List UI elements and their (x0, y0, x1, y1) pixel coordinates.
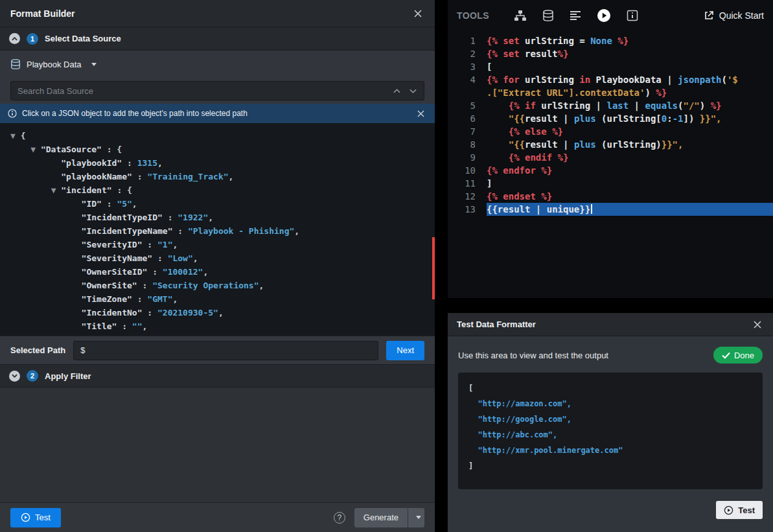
code-line[interactable]: 3[ (448, 60, 773, 73)
code-line[interactable]: 1{% set urlString = None %} (448, 34, 773, 47)
generate-button[interactable]: Generate (354, 508, 408, 527)
token: "playbookId" (61, 158, 122, 168)
data-icon[interactable] (542, 10, 554, 21)
code-line[interactable]: 8 "{{result | plus (urlString)}}", (448, 138, 773, 151)
token: ) (645, 87, 656, 98)
json-tree-row[interactable]: "TimeZone" : "GMT", (10, 292, 435, 306)
token: (urlString) (596, 139, 662, 150)
step2-header[interactable]: 2 Apply Filter (0, 364, 435, 387)
json-tree-row[interactable]: "SeverityID" : "1", (10, 238, 435, 251)
info-banner-close-icon[interactable] (415, 108, 427, 120)
token: .["Extract URL"].contextData' (487, 87, 645, 98)
code-line[interactable]: 2{% set result%} (448, 47, 773, 60)
token: 0 (662, 113, 667, 124)
json-tree-row[interactable]: "IncidentNo" : "20210930-5", (10, 306, 435, 319)
code-text: {% for urlString in PlaybookData | jsonp… (487, 73, 773, 86)
json-tree-row[interactable]: "IncidentTypeID" : "1922", (10, 211, 435, 224)
code-line[interactable]: 5 {% if urlString | last | equals("/") %… (448, 99, 773, 112)
json-line: "SeverityID" : "1", (10, 240, 178, 249)
token: "100012" (163, 267, 203, 277)
json-tree-row[interactable]: "playbookId" : 1315, (10, 156, 435, 170)
code-text: {% endset %} (487, 190, 773, 203)
prev-match-chevron-up-icon[interactable] (393, 88, 401, 94)
test-button[interactable]: Test (10, 508, 61, 527)
token: last (606, 100, 629, 111)
json-tree-row[interactable]: ▼ { (10, 129, 435, 143)
tree-toggle-icon[interactable]: ▼ (30, 145, 41, 154)
json-tree-row[interactable]: "IncidentTypeName" : "Playbook - Phishin… (10, 224, 435, 238)
chevron-down-glyph (410, 89, 417, 93)
next-button[interactable]: Next (386, 341, 424, 360)
code-line[interactable]: 10{% endfor %} (448, 164, 773, 177)
token: "Title" (82, 321, 117, 331)
help-icon[interactable]: ? (334, 512, 345, 524)
token: "http://abc.com", (468, 430, 557, 439)
formatter-icon[interactable] (570, 10, 581, 21)
test-output-button[interactable]: Test (716, 501, 763, 519)
json-tree-row[interactable]: "OwnerSite" : "Security Operations", (10, 279, 435, 292)
quick-start-button[interactable]: Quick Start (704, 10, 764, 21)
step-number-badge: 2 (27, 370, 38, 382)
token: "Low" (168, 253, 193, 263)
token: : (132, 172, 147, 181)
token: "{{ (509, 113, 525, 124)
info-icon (8, 109, 17, 118)
line-number: 13 (448, 203, 487, 216)
json-tree-row[interactable]: "ID" : "5", (10, 197, 435, 211)
code-line[interactable]: 6 "{{result | plus (urlString[0:-1]) }}"… (448, 112, 773, 125)
code-text: {% else %} (487, 125, 773, 138)
search-input[interactable] (17, 86, 393, 96)
token: {% endfor %} (487, 165, 552, 176)
code-line[interactable]: 11] (448, 177, 773, 190)
code-line[interactable]: 4{% for urlString in PlaybookData | json… (448, 73, 773, 86)
output-text: ] (468, 461, 473, 470)
workflow-icon[interactable] (514, 10, 527, 21)
token: "ID" (82, 199, 102, 209)
token: equals (645, 100, 678, 111)
tree-toggle-icon[interactable]: ▼ (10, 131, 21, 141)
next-match-chevron-down-icon[interactable] (409, 88, 417, 94)
close-icon[interactable] (751, 318, 764, 331)
chevron-down-icon (91, 63, 97, 66)
json-tree-row[interactable]: "playbookName" : "Training_Track", (10, 170, 435, 183)
token: {% set (487, 49, 525, 59)
json-tree-row[interactable]: "SeverityName" : "Low", (10, 251, 435, 265)
token: plus (574, 113, 596, 124)
collapse-chevron-up-icon[interactable] (9, 33, 20, 44)
tree-toggle-icon[interactable]: ▼ (51, 185, 62, 195)
code-line[interactable]: .["Extract URL"].contextData') %} (448, 86, 773, 99)
done-button[interactable]: Done (713, 347, 763, 364)
token: , (193, 253, 198, 263)
data-source-dropdown[interactable]: Playbook Data (10, 59, 97, 69)
selected-path-input[interactable] (73, 341, 378, 360)
output-line: ] (468, 458, 752, 474)
code-line[interactable]: 12{% endset %} (448, 190, 773, 203)
token (10, 253, 82, 263)
json-line: "IncidentTypeName" : "Playbook - Phishin… (10, 226, 299, 236)
token: "IncidentTypeID" (82, 213, 163, 222)
token: urlString (525, 75, 579, 85)
token: : (117, 321, 132, 331)
json-tree-row[interactable]: ▼ "incident" : { (10, 183, 435, 197)
json-tree-row[interactable]: ▼ "DataSource" : { (10, 143, 435, 156)
step1-header[interactable]: 1 Select Data Source (0, 27, 435, 51)
json-line: "IncidentTypeID" : "1922", (10, 213, 213, 222)
json-tree-row[interactable]: "OwnerSiteID" : "100012", (10, 265, 435, 279)
test-data-formatter-panel: Test Data Formatter Use this area to vie… (448, 313, 773, 532)
code-line[interactable]: 7 {% else %} (448, 125, 773, 138)
generate-dropdown-chevron-icon[interactable] (408, 508, 424, 527)
token (10, 185, 51, 195)
token: "Playbook - Phishing" (188, 226, 294, 236)
token: {% if (509, 100, 542, 111)
token: "http://xmr.pool.minergate.com" (468, 446, 623, 455)
close-icon[interactable] (411, 7, 424, 20)
code-line[interactable]: 13{{result | unique}} (448, 203, 773, 216)
run-icon[interactable] (597, 8, 611, 23)
json-tree-row[interactable]: "Title" : "", (10, 319, 435, 333)
token: [ (468, 384, 473, 393)
code-line[interactable]: 9 {% endif %} (448, 151, 773, 164)
text-lines-glyph (570, 10, 581, 21)
line-number: 7 (448, 125, 487, 138)
expand-chevron-down-icon[interactable] (9, 371, 20, 382)
info-icon[interactable] (627, 10, 638, 21)
